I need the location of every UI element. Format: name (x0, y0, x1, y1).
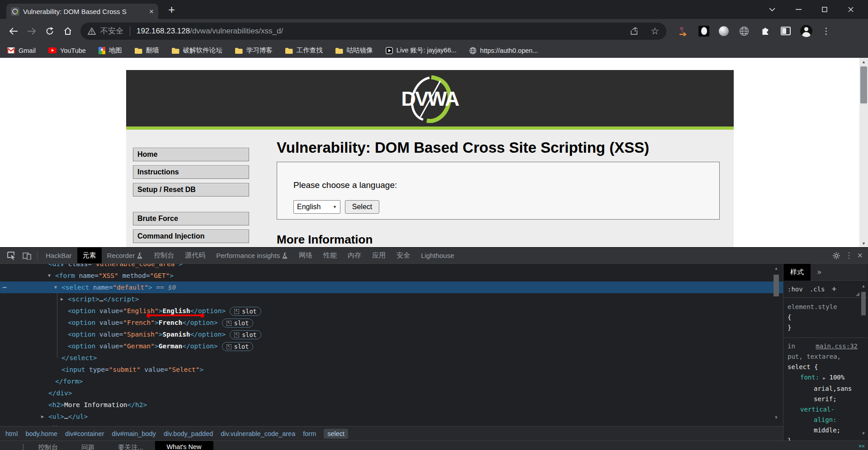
dom-tree-row[interactable]: </form> (0, 375, 783, 387)
elements-scrollbar[interactable]: ▲ ▼ (771, 264, 781, 426)
dom-tree-row[interactable]: ▶<script>…</script> (0, 293, 783, 305)
extensions-puzzle-icon[interactable] (760, 25, 771, 37)
devtools-tab-网络[interactable]: 网络 (293, 248, 318, 263)
scroll-up-icon[interactable]: ▲ (860, 284, 867, 288)
drawer-tab[interactable]: 要关注... (106, 441, 155, 450)
menu-item-instructions[interactable]: Instructions (133, 165, 249, 179)
dom-tree-row[interactable]: </select> (0, 352, 783, 364)
devtools-tab-recorder[interactable]: Recorder (102, 248, 149, 263)
slot-badge[interactable]: ↖slot (230, 307, 261, 316)
bookmark-star-icon[interactable]: ☆ (651, 26, 659, 37)
dom-tree-row[interactable]: <option value="Spanish">Spanish</option>… (0, 328, 783, 340)
breadcrumb-item[interactable]: div#main_body (112, 430, 156, 437)
browser-tab[interactable]: Vulnerability: DOM Based Cross S × (6, 4, 158, 19)
slot-badge[interactable]: ↖slot (222, 319, 254, 328)
devtools-tab-安全[interactable]: 安全 (391, 248, 415, 263)
maximize-button[interactable] (821, 6, 828, 13)
device-toolbar-icon[interactable] (19, 249, 34, 262)
scroll-thumb[interactable] (860, 66, 867, 103)
drawer-tab[interactable]: What's New (155, 441, 213, 450)
tab-close-icon[interactable]: × (149, 8, 154, 15)
back-button[interactable] (5, 22, 23, 40)
pseudo-state-toggle[interactable]: :hov (788, 286, 803, 293)
menu-item-brute-force[interactable]: Brute Force (133, 212, 249, 225)
expand-arrow-icon[interactable]: ▶ (41, 411, 44, 422)
menu-item-home[interactable]: Home (133, 148, 249, 161)
security-label[interactable]: 不安全 (100, 26, 123, 36)
minimize-button[interactable] (795, 6, 802, 13)
expand-arrow-icon[interactable]: ▶ (61, 293, 63, 305)
anonymous-mask-extension-icon[interactable] (698, 26, 709, 37)
bookmark-item[interactable]: 学习博客 (235, 46, 273, 55)
styles-scrollbar[interactable]: ▲ ▼ (860, 264, 867, 441)
breadcrumb-item[interactable]: div#container (65, 430, 104, 437)
css-value[interactable]: middle; (788, 425, 868, 436)
breadcrumb-item[interactable]: select (324, 429, 348, 439)
devtools-tab-元素[interactable]: 元素 (77, 248, 102, 263)
drawer-tab[interactable]: 控制台 (27, 441, 70, 450)
css-property[interactable]: font: (800, 374, 819, 381)
bookmark-item[interactable]: 咕咕镜像 (335, 46, 373, 55)
new-style-rule-button[interactable]: + (831, 284, 836, 294)
new-tab-button[interactable]: + (168, 3, 175, 17)
devtools-close-icon[interactable]: × (857, 250, 863, 261)
menu-item-setup-reset-db[interactable]: Setup / Reset DB (133, 183, 249, 197)
forward-button[interactable] (23, 22, 41, 40)
browser-menu-icon[interactable]: ⋮ (822, 26, 830, 36)
address-bar[interactable]: 不安全 192.168.23.128 /dvwa/vulnerabilities… (80, 23, 666, 40)
profile-avatar[interactable] (800, 25, 812, 37)
slot-badge[interactable]: ↖slot (230, 330, 261, 339)
language-select[interactable]: English ▼ (293, 200, 340, 214)
devtools-tab-hackbar[interactable]: HackBar (40, 248, 77, 263)
expand-shorthand-icon[interactable]: ▶ (823, 376, 826, 380)
element-style-selector[interactable]: element.style (788, 302, 868, 312)
menu-item-command-injection[interactable]: Command Injection (133, 230, 249, 243)
tab-search-chevron-icon[interactable] (769, 6, 776, 13)
css-property[interactable]: vertical- (788, 404, 868, 415)
dom-tree-row[interactable]: ⋯▼<select name="default"> == $0 (0, 281, 783, 293)
breadcrumb-item[interactable]: div.vulnerable_code_area (221, 430, 295, 437)
drawer-tab[interactable]: 问题 (70, 441, 106, 450)
scroll-down-icon[interactable]: ▼ (771, 414, 781, 421)
dom-tree-row[interactable]: <option value="French">French</option>↖s… (0, 317, 783, 328)
bookmark-item[interactable]: Live 账号: jayjay66... (386, 46, 457, 55)
bookmark-item[interactable]: https://auth0.open... (469, 47, 538, 54)
breadcrumb-item[interactable]: html (5, 430, 18, 437)
dom-tree-row[interactable]: </div> (0, 387, 783, 399)
dom-tree-row[interactable]: <input type="submit" value="Select"> (0, 364, 783, 375)
devtools-tab-应用[interactable]: 应用 (367, 248, 391, 263)
more-tabs-icon[interactable]: » (817, 267, 821, 277)
drawer-menu-icon[interactable]: ⋮ (0, 441, 27, 450)
globe-extension-icon[interactable] (738, 25, 750, 37)
row-more-icon[interactable]: ⋯ (3, 281, 7, 293)
scroll-down-icon[interactable]: ▼ (860, 431, 867, 436)
devtools-tab-performance-insights[interactable]: Performance insights (211, 248, 293, 263)
devtools-tab-性能[interactable]: 性能 (318, 248, 342, 263)
bookmark-item[interactable]: Gmail (7, 47, 36, 54)
scroll-thumb[interactable] (774, 275, 779, 296)
devtools-settings-icon[interactable] (832, 252, 840, 260)
dom-tree-row[interactable]: </div (0, 422, 783, 426)
scroll-up-icon[interactable]: ▲ (859, 58, 868, 66)
css-value[interactable]: 100% (829, 374, 844, 381)
bookmark-item[interactable]: 翻墙 (135, 46, 159, 55)
dom-tree-row[interactable]: <option value="English">English</option>… (0, 305, 783, 317)
dom-tree-row[interactable]: ▼<form name="XSS" method="GET"> (0, 270, 783, 281)
devtools-tab-控制台[interactable]: 控制台 (148, 248, 179, 263)
breadcrumb-item[interactable]: body.home (25, 430, 57, 437)
slot-badge[interactable]: ↖slot (222, 342, 254, 351)
sphere-extension-icon[interactable] (719, 26, 729, 36)
devtools-tab-lighthouse[interactable]: Lighthouse (415, 248, 459, 263)
hackbar-extension-icon[interactable]: ¶ (677, 25, 689, 37)
select-button[interactable]: Select (345, 200, 379, 214)
dom-tree-row[interactable]: <h2>More Information</h2> (0, 399, 783, 411)
share-icon[interactable] (630, 27, 639, 35)
dom-tree-row[interactable]: <option value="German">German</option>↖s… (0, 340, 783, 352)
class-toggle[interactable]: .cls (810, 286, 825, 293)
dom-tree-row[interactable]: ▶<ul>…</ul> (0, 411, 783, 422)
bookmark-item[interactable]: 地图 (99, 46, 122, 55)
collapse-arrow-icon[interactable]: ▼ (54, 281, 57, 293)
collapse-arrow-icon[interactable]: ▼ (48, 270, 51, 281)
devtools-tab-源代码[interactable]: 源代码 (179, 248, 211, 263)
inspect-element-icon[interactable] (4, 249, 19, 262)
